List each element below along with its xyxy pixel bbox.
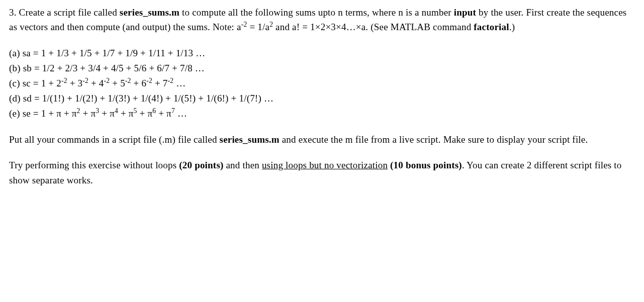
input-word: input xyxy=(454,7,476,18)
sup: -2 xyxy=(167,77,173,84)
sup: 4 xyxy=(115,107,118,115)
text: + 7 xyxy=(152,78,168,88)
text: + π xyxy=(137,108,153,119)
text: to compute all the following sums upto n… xyxy=(179,7,454,18)
text: (c) sc = 1 + 2 xyxy=(9,78,61,88)
intro-paragraph: 3. Create a script file called series_su… xyxy=(9,5,635,35)
text: (e) se = 1 + π + π xyxy=(9,108,77,119)
sup: -2 xyxy=(61,77,67,84)
text: … xyxy=(175,108,187,119)
text: Put all your commands in a script file (… xyxy=(9,134,220,145)
sup: -2 xyxy=(146,77,152,84)
series-a: (a) sa = 1 + 1/3 + 1/5 + 1/7 + 1/9 + 1/1… xyxy=(9,46,635,61)
text: + π xyxy=(118,108,134,119)
sup: 2 xyxy=(77,107,80,115)
sup: -2 xyxy=(125,77,131,84)
underline-text: using loops but no vectorization xyxy=(262,160,388,170)
sup: -2 xyxy=(82,77,88,84)
text: + π xyxy=(99,108,115,119)
sup: -2 xyxy=(241,21,247,28)
text: … xyxy=(173,78,186,88)
text: Try performing this exercise without loo… xyxy=(9,160,179,170)
text: + π xyxy=(80,108,96,119)
bonus-paragraph: Try performing this exercise without loo… xyxy=(9,158,635,187)
series-c: (c) sc = 1 + 2-2 + 3-2 + 4-2 + 5-2 + 6-2… xyxy=(9,76,635,91)
sup: 7 xyxy=(171,107,175,115)
sup: -2 xyxy=(104,77,110,84)
filename: series_sums.m xyxy=(120,7,179,18)
text: .) xyxy=(509,22,515,32)
text: + π xyxy=(156,108,171,119)
text: = 1/a xyxy=(247,22,269,32)
text: + 3 xyxy=(67,78,83,88)
instruction-paragraph: Put all your commands in a script file (… xyxy=(9,132,635,147)
series-list: (a) sa = 1 + 1/3 + 1/5 + 1/7 + 1/9 + 1/1… xyxy=(9,46,635,121)
sup: 5 xyxy=(134,107,137,115)
points-10: (10 bonus points) xyxy=(390,160,462,170)
series-d: (d) sd = 1/(1!) + 1/(2!) + 1/(3!) + 1/(4… xyxy=(9,91,635,106)
text: and then xyxy=(224,160,262,170)
text: + 4 xyxy=(88,78,104,88)
text: 3. Create a script file called xyxy=(9,7,120,18)
factorial-word: factorial xyxy=(474,22,509,32)
series-b: (b) sb = 1/2 + 2/3 + 3/4 + 4/5 + 5/6 + 6… xyxy=(9,61,635,76)
text: and execute the m file from a live scrip… xyxy=(280,134,588,145)
text: + 6 xyxy=(131,78,147,88)
text: and a! = 1×2×3×4…×a. (See MATLAB command xyxy=(273,22,474,32)
text: + 5 xyxy=(110,78,125,88)
filename: series_sums.m xyxy=(220,134,280,145)
points-20: (20 points) xyxy=(179,160,223,170)
series-e: (e) se = 1 + π + π2 + π3 + π4 + π5 + π6 … xyxy=(9,106,635,121)
